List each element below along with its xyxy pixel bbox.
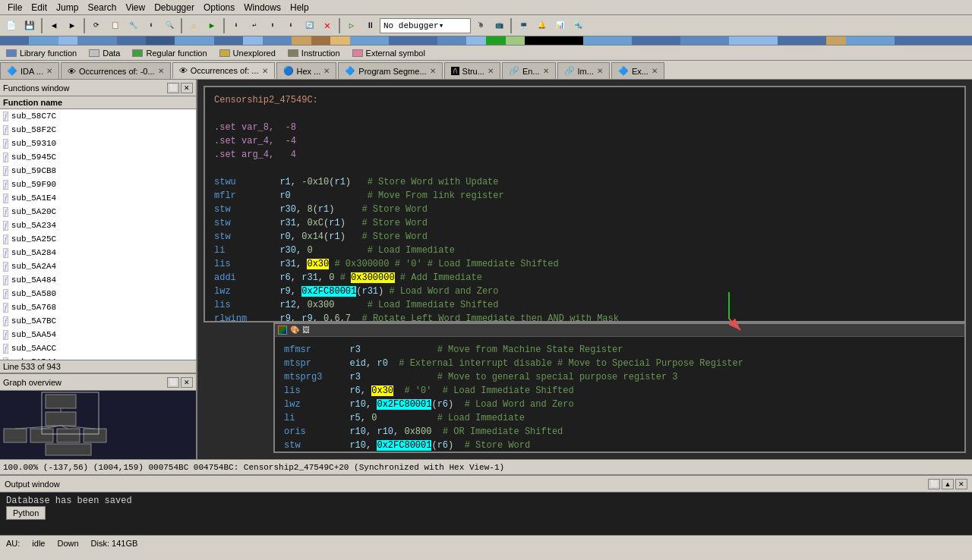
- code-window2-titlebar: 🎨 🖼: [275, 324, 964, 337]
- back-btn[interactable]: ◀: [46, 17, 62, 34]
- extra-btn5[interactable]: 📊: [551, 17, 568, 34]
- code-window-2[interactable]: 🎨 🖼 mfmsr r3 # Move from Machine State R…: [273, 322, 966, 453]
- step-btn2[interactable]: ↩: [246, 17, 263, 34]
- tab-ex[interactable]: 🔷 Ex... ✕: [611, 62, 664, 79]
- tab-occ2-label: Occurrences of: ...: [191, 66, 259, 75]
- sidebar-header: Functions window ⬜ ✕: [0, 80, 196, 96]
- list-item[interactable]: f sub_59F90: [0, 178, 196, 191]
- nav-btn5[interactable]: 🔍: [161, 17, 178, 34]
- tab-im[interactable]: 🔗 Im... ✕: [557, 62, 610, 79]
- nav-colorbar[interactable]: [0, 36, 972, 46]
- list-item[interactable]: f sub_5AACC: [0, 341, 196, 355]
- step-btn3[interactable]: ⬆: [264, 17, 281, 34]
- output-restore-btn[interactable]: ⬜: [928, 479, 940, 489]
- menu-debugger[interactable]: Debugger: [150, 2, 199, 13]
- extra-btn1[interactable]: 🖱: [472, 17, 489, 34]
- toolbar-sep-3: [181, 18, 182, 33]
- list-item[interactable]: f sub_5A768: [0, 300, 196, 314]
- warn-btn[interactable]: ⚠: [185, 17, 202, 34]
- output-maximize-btn[interactable]: ▲: [942, 479, 954, 489]
- func-name: sub_5A768: [11, 303, 56, 312]
- list-item[interactable]: f sub_58C7C: [0, 109, 196, 123]
- list-item[interactable]: f sub_5A484: [0, 273, 196, 287]
- tab-hex-close[interactable]: ✕: [323, 67, 330, 75]
- tab-occ2-close[interactable]: ✕: [262, 67, 268, 75]
- list-item[interactable]: f sub_5A7BC: [0, 314, 196, 328]
- graph-restore-btn[interactable]: ⬜: [167, 377, 179, 388]
- menu-file[interactable]: File: [3, 2, 27, 13]
- tab-occ2[interactable]: 👁 Occurrences of: ... ✕: [172, 62, 275, 79]
- output-close-btn[interactable]: ✕: [955, 479, 967, 489]
- stop-btn[interactable]: ✕: [319, 17, 336, 34]
- debug-pause[interactable]: ⏸: [361, 17, 378, 34]
- legend-data-label: Data: [103, 49, 120, 58]
- python-button[interactable]: Python: [6, 506, 46, 520]
- nav-btn4[interactable]: ⬇: [143, 17, 159, 34]
- extra-btn6[interactable]: 🔩: [570, 17, 586, 34]
- tab-seg-close[interactable]: ✕: [430, 67, 436, 75]
- fwd-btn[interactable]: ▶: [64, 17, 80, 34]
- info-bar: 100.00% (-137,56) (1004,159) 000754BC 00…: [0, 459, 972, 474]
- menu-edit[interactable]: Edit: [27, 2, 52, 13]
- list-item[interactable]: f sub_5945C: [0, 150, 196, 164]
- debug-play[interactable]: ▷: [343, 17, 360, 34]
- legend-data-color: [89, 49, 99, 57]
- graph-close-btn[interactable]: ✕: [181, 377, 193, 388]
- sidebar-restore-btn[interactable]: ⬜: [167, 83, 179, 93]
- tab-stru[interactable]: 🅰 Stru... ✕: [444, 62, 500, 79]
- list-item[interactable]: f sub_5A1E4: [0, 191, 196, 205]
- nav-btn3[interactable]: 🔧: [125, 17, 141, 34]
- extra-btn3[interactable]: 💻: [515, 17, 532, 34]
- list-item[interactable]: f sub_58F2C: [0, 123, 196, 137]
- list-item[interactable]: f sub_5A25C: [0, 232, 196, 246]
- tab-en-close[interactable]: ✕: [543, 67, 549, 75]
- new-btn[interactable]: 📄: [3, 17, 20, 34]
- tab-occ2-icon: 👁: [179, 66, 188, 75]
- tab-hex-icon: 🔵: [283, 66, 294, 76]
- step-btn5[interactable]: 🔄: [301, 17, 317, 34]
- list-item[interactable]: f sub_59CB8: [0, 164, 196, 178]
- tab-seg[interactable]: 🔷 Program Segme... ✕: [338, 62, 442, 79]
- run-btn[interactable]: ▶: [204, 17, 220, 34]
- list-item[interactable]: f sub_5A234: [0, 219, 196, 232]
- toolbar-sep-6: [510, 18, 512, 33]
- menu-jump[interactable]: Jump: [52, 2, 83, 13]
- func-icon: f: [3, 275, 8, 285]
- step-btn1[interactable]: ⬇: [228, 17, 245, 34]
- tab-hex[interactable]: 🔵 Hex ... ✕: [276, 62, 337, 79]
- extra-btn4[interactable]: 🔔: [533, 17, 550, 34]
- list-item[interactable]: f sub_5A580: [0, 287, 196, 300]
- legend-regular: Regular function: [132, 49, 207, 58]
- tab-stru-close[interactable]: ✕: [488, 67, 494, 75]
- debugger-dropdown[interactable]: No debugger▾: [380, 18, 471, 33]
- tab-occ1[interactable]: 👁 Occurrences of: -0... ✕: [61, 62, 171, 79]
- menu-search[interactable]: Search: [83, 2, 121, 13]
- tab-occ1-close[interactable]: ✕: [158, 67, 164, 75]
- menu-windows[interactable]: Windows: [239, 2, 286, 13]
- sidebar-list[interactable]: f sub_58C7C f sub_58F2C f sub_59310 f su…: [0, 109, 196, 360]
- list-item[interactable]: f sub_5A2A4: [0, 260, 196, 273]
- step-btn4[interactable]: ⬇: [282, 17, 299, 34]
- menu-view[interactable]: View: [121, 2, 150, 13]
- save-btn[interactable]: 💾: [21, 17, 38, 34]
- list-item[interactable]: f sub_5A20C: [0, 205, 196, 219]
- toolbar-sep-4: [223, 18, 225, 33]
- tab-ida-close[interactable]: ✕: [46, 67, 52, 75]
- func-icon: f: [3, 207, 8, 217]
- menu-options[interactable]: Options: [199, 2, 239, 13]
- output-message: Database has been saved: [6, 496, 966, 506]
- tab-en[interactable]: 🔗 En... ✕: [502, 62, 556, 79]
- list-item[interactable]: f sub_5AA54: [0, 328, 196, 341]
- list-item[interactable]: f sub_59310: [0, 137, 196, 150]
- nav-btn2[interactable]: 📋: [106, 17, 123, 34]
- nav-btn1[interactable]: ⟳: [88, 17, 105, 34]
- tab-im-close[interactable]: ✕: [597, 67, 603, 75]
- status-down: Down: [57, 539, 78, 548]
- sidebar-close-btn[interactable]: ✕: [181, 83, 193, 93]
- menu-help[interactable]: Help: [286, 2, 314, 13]
- tab-ex-close[interactable]: ✕: [652, 67, 658, 75]
- extra-btn2[interactable]: 📺: [491, 17, 507, 34]
- code-window-1[interactable]: Censorship2_47549C: .set var_8, -8 .set …: [204, 86, 966, 322]
- tab-ida[interactable]: 🔷 IDA ... ✕: [0, 62, 59, 79]
- list-item[interactable]: f sub_5A284: [0, 246, 196, 260]
